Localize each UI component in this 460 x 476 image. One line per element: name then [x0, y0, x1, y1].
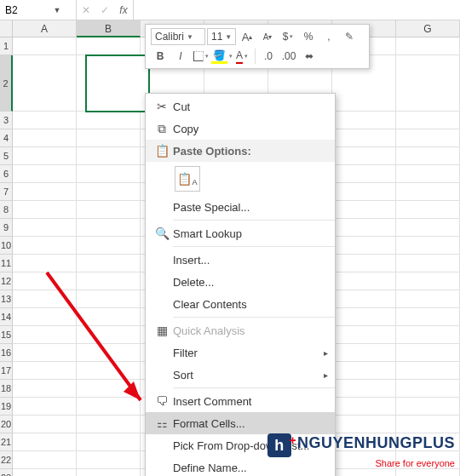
cell[interactable]: [332, 201, 396, 219]
menu-smart-lookup[interactable]: 🔍Smart Lookup: [146, 222, 335, 244]
cell[interactable]: [77, 433, 141, 451]
col-header[interactable]: B: [77, 20, 141, 37]
select-all-corner[interactable]: [0, 20, 13, 37]
cell[interactable]: [77, 362, 141, 380]
cell[interactable]: [13, 416, 77, 433]
cell[interactable]: [332, 398, 396, 416]
cell[interactable]: [396, 147, 460, 165]
cell[interactable]: [332, 165, 396, 183]
cell[interactable]: [396, 416, 460, 433]
row-header[interactable]: 15: [0, 326, 13, 344]
cell[interactable]: [77, 55, 141, 112]
cell[interactable]: [77, 165, 141, 183]
cell[interactable]: [77, 380, 141, 398]
cell[interactable]: [396, 308, 460, 326]
menu-insert-comment[interactable]: 🗨Insert Comment: [146, 390, 335, 412]
cell[interactable]: [396, 219, 460, 237]
menu-copy[interactable]: ⧉Copy: [146, 118, 335, 140]
cell[interactable]: [332, 362, 396, 380]
cell[interactable]: [13, 362, 77, 380]
name-box-input[interactable]: [3, 3, 51, 18]
cell[interactable]: [13, 308, 77, 326]
row-header[interactable]: 21: [0, 433, 13, 451]
cell[interactable]: [13, 344, 77, 362]
border-button[interactable]: [192, 48, 210, 65]
row-header[interactable]: 23: [0, 469, 13, 476]
cell[interactable]: [332, 147, 396, 165]
cell[interactable]: [13, 255, 77, 272]
cell[interactable]: [13, 272, 77, 290]
row-header[interactable]: 8: [0, 201, 13, 219]
cell[interactable]: [396, 183, 460, 201]
cell[interactable]: [396, 272, 460, 290]
cell[interactable]: [13, 469, 77, 476]
row-header[interactable]: 6: [0, 165, 13, 183]
format-painter-button[interactable]: ✎: [340, 28, 359, 45]
paste-keep-source-button[interactable]: 📋A: [175, 166, 200, 192]
cell[interactable]: [332, 112, 396, 129]
name-box[interactable]: ▼: [0, 0, 77, 20]
cell[interactable]: [77, 451, 141, 469]
cell[interactable]: [77, 237, 141, 255]
font-size-select[interactable]: 11▼: [207, 28, 236, 45]
cell[interactable]: [77, 219, 141, 237]
menu-clear-contents[interactable]: Clear Contents: [146, 293, 335, 315]
menu-paste-special[interactable]: Paste Special...: [146, 196, 335, 218]
cell[interactable]: [77, 201, 141, 219]
cell[interactable]: [13, 398, 77, 416]
cell[interactable]: [332, 469, 396, 476]
cell[interactable]: [396, 112, 460, 129]
cell[interactable]: [332, 129, 396, 147]
cell[interactable]: [77, 469, 141, 476]
italic-button[interactable]: I: [171, 48, 190, 65]
cell[interactable]: [77, 147, 141, 165]
cell[interactable]: [13, 290, 77, 308]
cell[interactable]: [77, 272, 141, 290]
font-color-button[interactable]: A: [233, 48, 251, 65]
row-header[interactable]: 18: [0, 380, 13, 398]
grow-font-button[interactable]: A▴: [238, 28, 256, 45]
cell[interactable]: [396, 237, 460, 255]
menu-format-cells[interactable]: ⚏Format Cells...: [146, 412, 335, 434]
cell[interactable]: [13, 380, 77, 398]
cell[interactable]: [396, 201, 460, 219]
comma-button[interactable]: ,: [319, 28, 338, 45]
decrease-decimal-button[interactable]: .0: [259, 48, 278, 65]
row-header[interactable]: 12: [0, 272, 13, 290]
cell[interactable]: [77, 290, 141, 308]
cell[interactable]: [77, 129, 141, 147]
row-header[interactable]: 3: [0, 112, 13, 129]
cell[interactable]: [396, 165, 460, 183]
cell[interactable]: [396, 326, 460, 344]
row-header[interactable]: 5: [0, 147, 13, 165]
cell[interactable]: [396, 129, 460, 147]
cell[interactable]: [13, 433, 77, 451]
cell[interactable]: [332, 344, 396, 362]
menu-delete[interactable]: Delete...: [146, 271, 335, 293]
row-header[interactable]: 17: [0, 362, 13, 380]
cell[interactable]: [396, 344, 460, 362]
cell[interactable]: [13, 326, 77, 344]
cell[interactable]: [13, 112, 77, 129]
name-box-dropdown-icon[interactable]: ▼: [51, 6, 63, 14]
cell[interactable]: [396, 398, 460, 416]
row-header[interactable]: 16: [0, 344, 13, 362]
cell[interactable]: [77, 37, 141, 55]
cell[interactable]: [332, 272, 396, 290]
menu-insert[interactable]: Insert...: [146, 249, 335, 271]
cell[interactable]: [396, 362, 460, 380]
cell[interactable]: [332, 237, 396, 255]
row-header[interactable]: 1: [0, 37, 13, 55]
cell[interactable]: [13, 37, 77, 55]
menu-sort[interactable]: Sort▸: [146, 364, 335, 386]
cell[interactable]: [77, 326, 141, 344]
row-header[interactable]: 13: [0, 290, 13, 308]
col-header[interactable]: G: [396, 20, 460, 37]
cell[interactable]: [13, 183, 77, 201]
row-header[interactable]: 20: [0, 416, 13, 433]
row-header[interactable]: 22: [0, 451, 13, 469]
cell[interactable]: [77, 344, 141, 362]
bold-button[interactable]: B: [151, 48, 170, 65]
cell[interactable]: [13, 237, 77, 255]
row-header[interactable]: 7: [0, 183, 13, 201]
